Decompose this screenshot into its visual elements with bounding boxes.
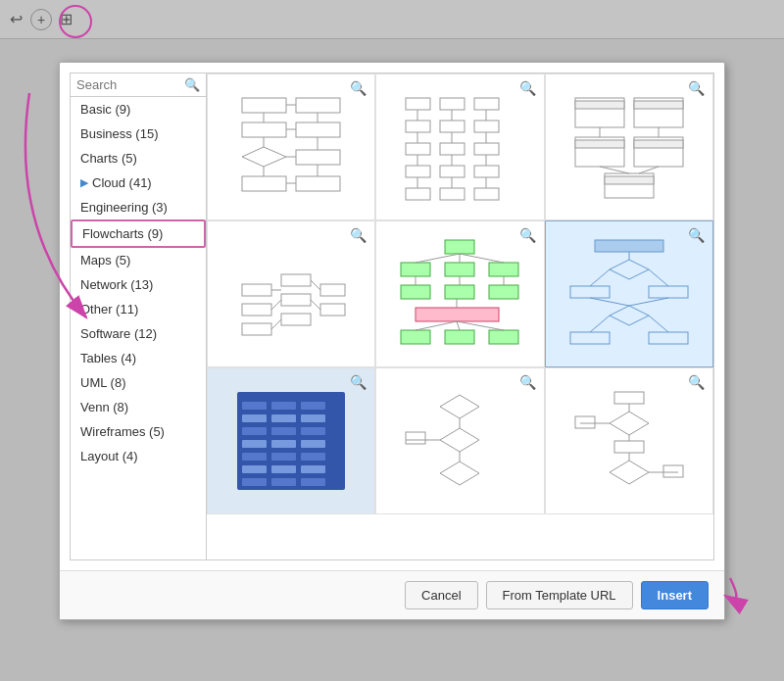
sidebar-item-layout[interactable]: Layout (4): [71, 444, 206, 468]
thumb-content-8: [385, 375, 535, 506]
svg-rect-74: [445, 263, 474, 276]
template-grid: 🔍: [207, 73, 714, 560]
svg-rect-136: [614, 392, 644, 404]
sidebar-item-basic[interactable]: Basic (9): [71, 97, 206, 122]
sidebar-item-maps[interactable]: Maps (5): [71, 248, 206, 272]
svg-rect-65: [320, 284, 345, 296]
svg-line-106: [649, 316, 668, 332]
svg-rect-76: [401, 285, 430, 299]
search-input[interactable]: [76, 77, 184, 92]
svg-rect-72: [445, 240, 474, 254]
svg-line-103: [590, 298, 629, 306]
svg-rect-22: [440, 121, 465, 132]
sidebar-item-engineering[interactable]: Engineering (3): [71, 195, 206, 219]
svg-rect-116: [301, 427, 325, 435]
svg-line-68: [271, 300, 281, 310]
template-thumb-5[interactable]: 🔍: [375, 220, 544, 367]
svg-rect-52: [634, 140, 683, 148]
sidebar-item-uml[interactable]: UML (8): [71, 370, 206, 395]
sidebar-item-network[interactable]: Network (13): [71, 272, 206, 297]
svg-rect-7: [296, 176, 340, 191]
svg-marker-139: [610, 461, 649, 484]
sidebar-item-cloud[interactable]: ▶ Cloud (41): [71, 170, 206, 195]
sidebar-item-wireframes[interactable]: Wireframes (5): [71, 419, 206, 444]
svg-rect-73: [401, 263, 430, 276]
template-thumb-4[interactable]: 🔍: [207, 220, 375, 367]
svg-rect-96: [649, 286, 688, 298]
svg-rect-30: [406, 188, 430, 200]
svg-rect-48: [634, 101, 683, 109]
svg-rect-122: [301, 453, 325, 461]
svg-rect-23: [474, 121, 499, 132]
svg-rect-144: [575, 416, 595, 428]
svg-rect-118: [271, 440, 296, 448]
zoom-icon-1: 🔍: [350, 80, 367, 96]
svg-rect-1: [296, 98, 340, 113]
sidebar-item-business[interactable]: Business (15): [71, 122, 206, 146]
svg-marker-97: [610, 306, 649, 325]
sidebar-item-tables[interactable]: Tables (4): [71, 346, 206, 370]
template-thumb-1[interactable]: 🔍: [207, 73, 375, 220]
svg-rect-27: [406, 166, 430, 177]
svg-rect-46: [575, 101, 624, 109]
svg-line-104: [629, 298, 668, 306]
cloud-icon: ▶: [80, 176, 88, 189]
svg-rect-110: [301, 402, 325, 410]
insert-button[interactable]: Insert: [641, 581, 709, 609]
svg-marker-131: [440, 462, 479, 485]
sidebar-item-flowcharts[interactable]: Flowcharts (9): [71, 219, 206, 248]
svg-rect-0: [242, 98, 286, 113]
svg-rect-24: [406, 143, 430, 155]
svg-rect-124: [271, 465, 296, 473]
svg-rect-117: [242, 440, 267, 448]
svg-rect-99: [649, 332, 688, 344]
svg-marker-4: [242, 147, 286, 167]
svg-rect-25: [440, 143, 465, 155]
svg-rect-95: [570, 286, 610, 298]
sidebar-item-charts[interactable]: Charts (5): [71, 146, 206, 170]
svg-rect-20: [474, 98, 499, 110]
svg-rect-115: [271, 427, 296, 435]
thumb-content-7: [217, 375, 367, 506]
svg-rect-77: [445, 285, 474, 299]
template-thumb-2[interactable]: 🔍: [375, 73, 544, 220]
svg-rect-61: [242, 323, 271, 335]
svg-line-101: [590, 269, 610, 286]
template-url-button[interactable]: From Template URL: [486, 581, 633, 609]
category-sidebar: 🔍 Basic (9) Business (15) Charts (5) ▶ C…: [70, 73, 207, 560]
search-box[interactable]: 🔍: [71, 73, 206, 97]
dialog-body: 🔍 Basic (9) Business (15) Charts (5) ▶ C…: [60, 63, 724, 570]
sidebar-item-software[interactable]: Software (12): [71, 321, 206, 346]
svg-line-85: [460, 254, 504, 263]
svg-rect-32: [474, 188, 499, 200]
zoom-icon-5: 🔍: [519, 227, 536, 243]
svg-rect-29: [474, 166, 499, 177]
cancel-button[interactable]: Cancel: [405, 581, 477, 609]
svg-rect-81: [445, 330, 474, 344]
template-thumb-6[interactable]: 🔍: [545, 220, 713, 367]
svg-rect-127: [271, 478, 296, 486]
svg-rect-120: [242, 453, 267, 461]
template-thumb-8[interactable]: 🔍: [375, 367, 544, 514]
svg-rect-123: [242, 465, 267, 473]
sidebar-item-venn[interactable]: Venn (8): [71, 395, 206, 419]
thumb-content-2: [385, 81, 535, 212]
template-thumb-9[interactable]: 🔍: [545, 367, 713, 514]
template-thumb-7[interactable]: 🔍: [207, 367, 375, 514]
svg-rect-2: [242, 122, 286, 137]
thumb-content-4: [217, 228, 367, 359]
sidebar-item-other[interactable]: Other (11): [71, 297, 206, 321]
svg-rect-19: [440, 98, 465, 110]
svg-rect-62: [281, 274, 311, 286]
svg-rect-78: [489, 285, 518, 299]
svg-rect-113: [301, 414, 325, 422]
template-thumb-3[interactable]: 🔍: [545, 73, 713, 220]
svg-rect-28: [440, 166, 465, 177]
svg-rect-93: [595, 240, 663, 252]
svg-rect-125: [301, 465, 325, 473]
svg-rect-60: [242, 304, 271, 316]
zoom-icon-3: 🔍: [688, 80, 705, 96]
modal-overlay: × 🔍 Basic (9) Business (15) Charts (5) ▶…: [0, 0, 784, 681]
svg-rect-80: [401, 330, 430, 344]
svg-rect-26: [474, 143, 499, 155]
